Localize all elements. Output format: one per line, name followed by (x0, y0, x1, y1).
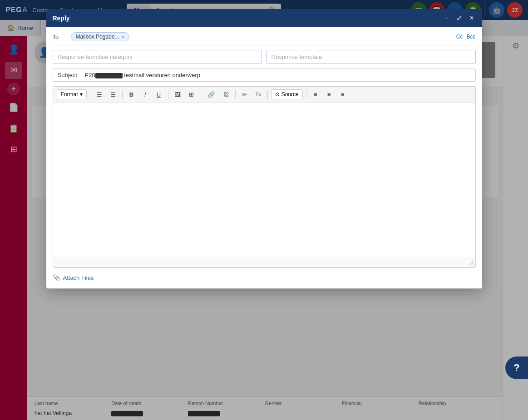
source-label: Source (281, 91, 299, 98)
resize-handle-icon: ⊿ (469, 259, 474, 266)
template-row: Response template category Response temp… (53, 50, 476, 64)
dialog-title: Reply (53, 15, 70, 22)
insert-table-button[interactable]: ⊞ (186, 88, 197, 100)
to-row: To Mailbox.Pegade... × Cc Bcc (53, 32, 476, 45)
help-button[interactable]: ? (505, 357, 528, 379)
clear-format-button[interactable]: Tx (252, 88, 264, 100)
subject-row: Subject P28 testmail versturen onderwerp (53, 68, 476, 82)
to-tag-remove[interactable]: × (122, 34, 125, 39)
toolbar-sep-7 (306, 90, 306, 99)
insert-link-button[interactable]: 🔗 (204, 88, 218, 100)
align-center-button[interactable]: ≡ (323, 88, 335, 100)
editor-container: Format ▾ ☰ ☰ B I U 🖼 ⊞ 🔗 ⛓ (53, 86, 476, 268)
subject-label: Subject (58, 72, 80, 78)
toolbar-sep-4 (201, 90, 201, 99)
dialog-header: Reply − ⤢ × (46, 9, 482, 27)
close-dialog-button[interactable]: × (468, 13, 475, 23)
bold-button[interactable]: B (126, 88, 138, 100)
cc-link[interactable]: Cc (456, 34, 463, 40)
editor-body[interactable] (53, 103, 475, 257)
subject-redacted (95, 73, 123, 78)
format-label: Format (61, 91, 78, 98)
attach-icon: 📎 (53, 274, 60, 281)
unordered-list-button[interactable]: ☰ (94, 88, 105, 100)
cc-bcc-links: Cc Bcc (456, 34, 476, 40)
response-template-category[interactable]: Response template category (53, 50, 262, 64)
editor-toolbar: Format ▾ ☰ ☰ B I U 🖼 ⊞ 🔗 ⛓ (53, 87, 475, 103)
toolbar-sep-1 (90, 90, 90, 99)
align-left-button[interactable]: ≡ (310, 88, 321, 100)
highlight-button[interactable]: ✏ (239, 88, 251, 100)
reply-dialog: Reply − ⤢ × To Mailbox.Pegade... × Cc (46, 9, 482, 288)
toolbar-sep-5 (235, 90, 236, 99)
expand-button[interactable]: ⤢ (454, 13, 464, 23)
toolbar-sep-6 (267, 90, 268, 99)
to-label: To (53, 34, 66, 40)
format-dropdown-arrow: ▾ (80, 91, 83, 98)
response-template[interactable]: Response template (266, 50, 476, 64)
to-tag: Mailbox.Pegade... × (71, 32, 130, 41)
source-button[interactable]: ⊙ Source (271, 89, 303, 99)
align-right-button[interactable]: ≡ (337, 88, 349, 100)
insert-image-button[interactable]: 🖼 (172, 88, 184, 100)
resize-handle-area: ⊿ (53, 257, 475, 267)
dialog-body: To Mailbox.Pegade... × Cc Bcc Response t… (46, 27, 482, 288)
source-icon: ⊙ (275, 91, 280, 98)
to-tag-value: Mailbox.Pegade... (76, 34, 119, 40)
dialog-header-icons: − ⤢ × (443, 13, 476, 23)
bcc-link[interactable]: Bcc (466, 34, 475, 40)
to-field: Mailbox.Pegade... × (71, 32, 452, 41)
ordered-list-button[interactable]: ☰ (107, 88, 119, 100)
italic-button[interactable]: I (139, 88, 151, 100)
attach-files-label: Attach Files (63, 274, 94, 281)
modal-overlay: Reply − ⤢ × To Mailbox.Pegade... × Cc (0, 0, 528, 420)
minimize-button[interactable]: − (443, 13, 451, 23)
subject-value: P28 testmail versturen onderwerp (85, 72, 471, 78)
format-dropdown[interactable]: Format ▾ (57, 89, 87, 99)
attach-files-row[interactable]: 📎 Attach Files (53, 272, 476, 283)
toolbar-sep-3 (168, 90, 168, 99)
underline-button[interactable]: U (153, 88, 165, 100)
toolbar-sep-2 (122, 90, 123, 99)
remove-link-button[interactable]: ⛓ (220, 88, 232, 100)
